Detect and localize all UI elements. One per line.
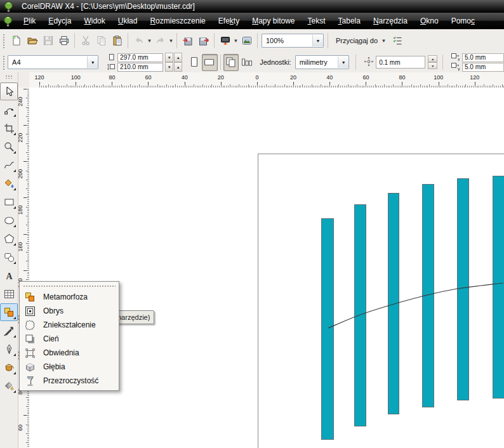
duplicate-x-field[interactable]: 5.0 mm	[462, 53, 504, 62]
snap-to-button[interactable]: Przyciągaj do ▼	[331, 35, 389, 46]
drawing-canvas[interactable]	[29, 88, 504, 448]
svg-text:y: y	[458, 67, 460, 71]
welcome-screen-button[interactable]	[239, 33, 255, 49]
menu-item-widok[interactable]: Widok	[77, 16, 111, 25]
vertical-ruler[interactable]: 2402202001801601401201008060	[18, 88, 30, 448]
rectangle-tool[interactable]	[0, 193, 18, 211]
nudge-spinner[interactable]: ▲▼	[428, 55, 437, 69]
ruler-label: 100	[434, 74, 443, 81]
flyout-corner-icon	[13, 151, 16, 154]
menu-item-okno[interactable]: Okno	[414, 16, 445, 25]
menu-item-plik[interactable]: Plik	[17, 16, 42, 25]
menu-item-tekst[interactable]: Tekst	[302, 16, 332, 25]
svg-text:A: A	[6, 271, 13, 280]
flyout-item-obrys[interactable]: Obrys	[20, 304, 119, 318]
paper-preset-combobox[interactable]: A4 ▼	[8, 55, 98, 69]
zoom-tool[interactable]	[0, 138, 18, 155]
import-button[interactable]	[180, 33, 196, 49]
interactive-blend-tool[interactable]	[0, 303, 18, 321]
save-button[interactable]	[40, 33, 56, 49]
eyedropper-tool[interactable]	[0, 322, 18, 339]
units-label: Jednostki:	[260, 58, 291, 66]
all-pages-button[interactable]	[223, 54, 239, 71]
flyout-item-przezroczystosc[interactable]: Przezroczystość	[20, 374, 119, 388]
copy-button[interactable]	[93, 33, 109, 49]
toolbar-grip[interactable]	[2, 33, 6, 48]
ellipse-tool[interactable]	[0, 211, 18, 229]
menu-item-efekty[interactable]: Efekty	[212, 16, 246, 25]
paper-width-spinner[interactable]: ▼▲	[164, 53, 182, 62]
duplicate-x-icon: x	[451, 53, 461, 63]
options-button[interactable]	[389, 33, 405, 49]
property-separator	[220, 55, 221, 70]
polygon-tool[interactable]	[0, 230, 18, 247]
paper-height-field[interactable]: 210.0 mm	[117, 63, 163, 72]
ruler-label: 20	[290, 74, 296, 81]
outline-tool[interactable]	[0, 340, 18, 358]
menu-item-tabela[interactable]: Tabela	[332, 16, 367, 25]
toolbox: A	[0, 72, 18, 448]
blend-path-curve[interactable]	[29, 88, 504, 448]
nudge-offset-field[interactable]: 0.1 mm	[376, 56, 425, 69]
chevron-down-icon[interactable]: ▼	[147, 38, 152, 44]
pick-tool[interactable]	[0, 82, 18, 100]
flyout-item-metamorfoza[interactable]: Metamorfoza	[20, 290, 119, 304]
menu-item-uk-ad[interactable]: Układ	[112, 16, 144, 25]
menu-item-edycja[interactable]: Edycja	[42, 16, 77, 25]
ruler-label: 60	[145, 74, 152, 81]
redo-arrow-button[interactable]	[152, 33, 168, 49]
toolbar-separator	[176, 33, 177, 48]
paste-clipboard-button[interactable]	[109, 33, 125, 49]
horizontal-ruler[interactable]: 12010080604020020406080100120	[29, 72, 504, 88]
document-system-icon[interactable]	[3, 16, 13, 27]
interactive-fill-tool[interactable]	[0, 377, 18, 395]
smart-fill-tool[interactable]	[0, 175, 18, 192]
paper-height-spinner[interactable]: ▼▲	[164, 62, 182, 72]
menu-bar: PlikEdycjaWidokUkładRozmieszczenieEfekty…	[0, 13, 504, 29]
portrait-button[interactable]	[186, 54, 202, 71]
current-page-button[interactable]	[239, 54, 255, 71]
paper-width-field[interactable]: 297.0 mm	[117, 53, 163, 62]
shape-tool[interactable]	[0, 101, 18, 119]
chevron-down-icon[interactable]: ▼	[87, 56, 98, 68]
flyout-grip[interactable]	[23, 284, 116, 287]
flyout-item-label: Cień	[43, 334, 59, 343]
zoom-level-combobox[interactable]: 100% ▼	[262, 34, 324, 48]
app-launcher-button[interactable]	[217, 33, 233, 49]
toolbox-grip[interactable]	[5, 75, 13, 79]
menu-item-narzedzia[interactable]: Narzędzia	[367, 16, 414, 25]
property-bar-grip[interactable]	[2, 55, 5, 70]
duplicate-y-field[interactable]: 5.0 mm	[462, 63, 504, 72]
undo-arrow-button[interactable]	[131, 33, 147, 49]
new-document-button[interactable]	[8, 33, 24, 49]
chevron-down-icon[interactable]: ▼	[168, 38, 174, 44]
print-button[interactable]	[56, 33, 72, 49]
open-folder-button[interactable]	[24, 33, 40, 49]
flyout-item-obwiednia[interactable]: Obwiednia	[20, 346, 119, 360]
table-tool[interactable]	[0, 285, 18, 303]
menu-item-rozmieszczenie[interactable]: Rozmieszczenie	[143, 16, 211, 25]
menu-item-pomoc[interactable]: Pomoc	[445, 16, 481, 25]
envelope-icon	[25, 348, 36, 359]
crop-tool[interactable]	[0, 119, 18, 137]
export-button[interactable]	[196, 33, 211, 49]
menu-item-mapy-bitowe[interactable]: Mapy bitowe	[246, 16, 301, 25]
title-bar[interactable]: CorelDRAW X4 - [C:\Users\ym\Desktop\must…	[0, 0, 504, 13]
fill-tool[interactable]	[0, 359, 18, 376]
units-combobox[interactable]: milimetry ▼	[295, 55, 350, 69]
cut-scissors-button[interactable]	[77, 33, 93, 49]
text-tool[interactable]: A	[0, 267, 18, 284]
flyout-item-cien[interactable]: Cień	[20, 332, 119, 346]
flyout-corner-icon	[13, 188, 16, 190]
flyout-item-zniekszta-cenie[interactable]: Zniekształcenie	[20, 318, 119, 332]
window-title: CorelDRAW X4 - [C:\Users\ym\Desktop\must…	[22, 2, 195, 11]
chevron-down-icon[interactable]: ▼	[233, 38, 239, 44]
chevron-down-icon[interactable]: ▼	[312, 35, 323, 46]
ruler-origin-corner[interactable]	[18, 72, 30, 88]
freehand-tool[interactable]	[0, 156, 18, 174]
landscape-button[interactable]	[202, 54, 218, 71]
basic-shapes-tool[interactable]	[0, 248, 18, 266]
flyout-item-g-ebia[interactable]: Głębia	[20, 360, 119, 374]
toolbar-separator	[74, 33, 75, 48]
chevron-down-icon[interactable]: ▼	[338, 56, 348, 68]
